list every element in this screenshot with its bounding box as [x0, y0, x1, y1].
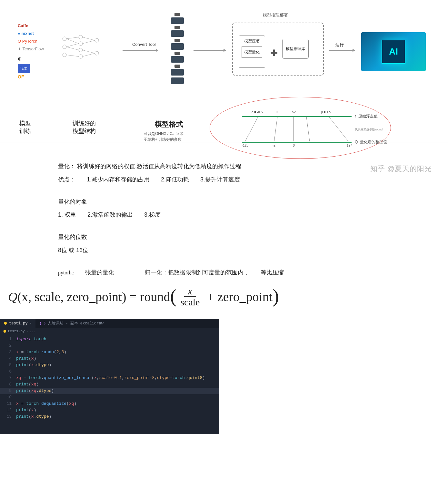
svg-line-11: [66, 44, 79, 47]
code-line[interactable]: 13print(x.dtype): [0, 414, 219, 420]
svg-point-2: [63, 53, 66, 57]
convert-tool-label: Convert Tool: [132, 42, 156, 47]
quant-targets: 1. 权重 2.激活函数的输出 3.梯度: [58, 210, 348, 220]
svg-line-9: [66, 37, 79, 39]
framework-mxnet: ● mxnet: [18, 30, 44, 37]
tab-label: 人脸识别 - 副本.excalidraw: [48, 321, 104, 326]
line-number: 8: [0, 381, 16, 388]
round-note: 代表最精炼参数round: [355, 128, 383, 132]
code-editor: ⬢ test1.py × { } 人脸识别 - 副本.excalidraw ⬢ …: [0, 319, 219, 434]
svg-line-19: [274, 117, 277, 141]
quant-bits-label: 量化的位数：: [58, 232, 348, 242]
code-content: import torch: [16, 336, 46, 343]
json-icon: { }: [39, 322, 46, 325]
code-line[interactable]: 4print(x): [0, 355, 219, 362]
svg-line-15: [83, 40, 95, 44]
svg-line-13: [66, 55, 79, 56]
tick-alpha: a = -0.5: [252, 110, 263, 114]
code-body[interactable]: 1import torch23x = torch.randn(2,3)4prin…: [0, 335, 219, 421]
crumb-file: test1.py: [8, 329, 25, 333]
watermark: 知乎 @夏天的阳光: [370, 164, 432, 174]
code-content: print(x.dtype): [16, 362, 51, 368]
tick-zero2: 0: [293, 144, 295, 147]
pipeline-diagram: Caffe ● mxnet O PyTorch ✦ TensorFlow ◐ 飞…: [0, 0, 448, 142]
svg-point-6: [79, 55, 83, 58]
code-line[interactable]: 7xq = torch.quantize_per_tensor(x,scale=…: [0, 375, 219, 381]
close-icon[interactable]: ×: [30, 322, 32, 325]
tick-n2: -2: [273, 144, 275, 147]
svg-point-4: [79, 42, 83, 46]
tab-excalidraw[interactable]: { } 人脸识别 - 副本.excalidraw: [35, 319, 107, 328]
tick-127: 127: [347, 144, 352, 147]
code-line[interactable]: 10: [0, 394, 219, 401]
code-content: print(x): [16, 407, 36, 414]
framework-oneflow: OF: [18, 73, 44, 81]
pytorch-handwritten: pytorhc: [58, 269, 74, 277]
compress-box: 模型压缩 模型量化: [239, 36, 265, 68]
line-number: 1: [0, 336, 16, 343]
svg-point-0: [63, 37, 66, 41]
code-line[interactable]: 1import torch: [0, 336, 219, 343]
code-line[interactable]: 12print(x): [0, 407, 219, 414]
code-content: print(xq.dtype): [16, 388, 54, 394]
nn-structure-icon: [58, 32, 113, 61]
editor-tabs: ⬢ test1.py × { } 人脸识别 - 副本.excalidraw: [0, 319, 219, 328]
quantize-definition: 量化： 将训练好的网络的权值,激活值从高精度转化为低精度的操作过程: [58, 162, 348, 171]
code-line[interactable]: 2: [0, 343, 219, 349]
line-number: 5: [0, 362, 16, 368]
svg-point-5: [79, 48, 83, 52]
framework-caffe: Caffe: [18, 22, 44, 30]
breadcrumb[interactable]: ⬢ test1.py › ...: [0, 328, 219, 335]
code-line[interactable]: 9print(xq.dtype): [0, 388, 219, 394]
tick-sz: SZ: [292, 110, 296, 114]
line-number: 7: [0, 375, 16, 381]
quant-targets-label: 量化的对象：: [58, 197, 348, 207]
plus-icon: ✚: [270, 48, 278, 58]
tick-zero: 0: [276, 110, 278, 114]
svg-line-22: [329, 117, 348, 141]
deploy-title: 模型推理部署: [263, 12, 288, 18]
line-number: 9: [0, 388, 16, 394]
quant-bits-value: 8位 或 16位: [58, 246, 348, 255]
model-format-icon: [171, 13, 184, 86]
line-number: 4: [0, 355, 16, 362]
arrow-icon: [123, 50, 158, 51]
svg-line-16: [83, 50, 95, 53]
svg-line-10: [66, 39, 79, 44]
code-content: x = torch.dequantize(xq): [16, 401, 76, 407]
r-symbol: r: [355, 114, 356, 118]
line-number: 6: [0, 368, 16, 375]
code-content: print(x): [16, 355, 36, 362]
line-number: 2: [0, 343, 16, 349]
label-model-struct: 训练好的 模型结构: [73, 119, 96, 135]
tensor-quant-row: pytorhc 张量的量化 归一化：把数据限制到可度量的范围内， 等比压缩: [58, 268, 348, 277]
crumb-tail: ...: [29, 329, 36, 333]
advantages: 优点： 1.减少内存和存储的占用 2.降低功耗 3.提升计算速度: [58, 175, 348, 184]
code-line[interactable]: 3x = torch.randn(2,3): [0, 349, 219, 355]
code-line[interactable]: 5print(x.dtype): [0, 362, 219, 368]
svg-line-12: [66, 47, 79, 50]
arrow-icon: [194, 50, 226, 51]
python-icon: ⬢: [3, 329, 6, 333]
tick-beta: β = 1.5: [321, 110, 331, 114]
tab-test1[interactable]: ⬢ test1.py ×: [0, 319, 35, 328]
framework-list: Caffe ● mxnet O PyTorch ✦ TensorFlow ◐ 飞…: [18, 22, 44, 81]
python-icon: ⬢: [4, 321, 7, 325]
framework-tensorflow: ✦ TensorFlow: [18, 45, 44, 53]
orig-float-label: 原始浮点值: [358, 114, 378, 118]
line-number: 10: [0, 394, 16, 401]
code-line[interactable]: 8print(xq): [0, 381, 219, 388]
code-line[interactable]: 6: [0, 368, 219, 375]
code-content: print(xq): [16, 381, 39, 388]
code-line[interactable]: 11x = torch.dequantize(xq): [0, 401, 219, 407]
svg-line-14: [83, 37, 95, 40]
framework-paddle: 飞桨: [18, 64, 30, 73]
arrow-icon: [329, 50, 355, 51]
svg-point-3: [79, 35, 83, 39]
quantization-visual: a = -0.5 0 SZ β = 1.5 r 原始浮点值 代表最精炼参数rou…: [210, 97, 390, 158]
code-content: print(x.dtype): [16, 414, 51, 420]
code-content: xq = torch.quantize_per_tensor(x,scale=0…: [16, 375, 205, 381]
quantization-formula: Q(x, scale, zero_point) = round(xscale +…: [8, 287, 448, 309]
ai-chip-label: AI: [382, 40, 405, 64]
tick-n128: -128: [242, 144, 248, 147]
